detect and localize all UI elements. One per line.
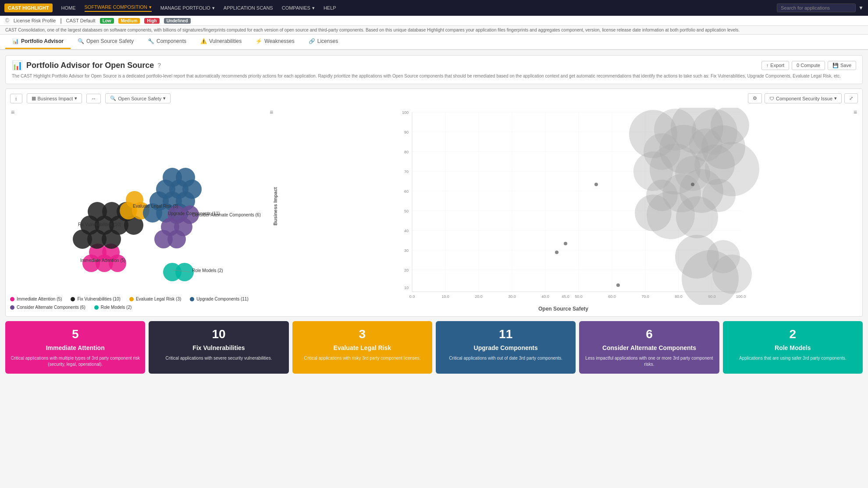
legend-dot-teal (94, 305, 99, 310)
legend-evaluate-legal-risk: Evaluate Legal Risk (3) (129, 297, 181, 301)
app-logo: CAST HIGHLIGHT (4, 4, 53, 12)
svg-text:45.0: 45.0 (562, 294, 569, 299)
card-number-immediate: 5 (11, 327, 140, 341)
svg-point-108 (594, 183, 598, 186)
page-header-top: 📊 Portfolio Advisor for Open Source ? ↑ … (12, 60, 856, 71)
filter-icon[interactable]: ▼ (858, 5, 864, 11)
nav-application-scans[interactable]: APPLICATION SCANS (224, 5, 273, 11)
nav-manage-portfolio[interactable]: MANAGE PORTFOLIO ▾ (160, 5, 215, 11)
swap-button[interactable]: ↔ (86, 94, 101, 103)
save-button[interactable]: 💾 Save (828, 61, 856, 70)
tab-open-source-safety[interactable]: 🔍 Open Source Safety (71, 35, 141, 49)
weaknesses-icon: ⚡ (256, 38, 262, 44)
svg-text:50.0: 50.0 (575, 294, 583, 299)
svg-point-110 (564, 242, 567, 245)
svg-text:80.0: 80.0 (675, 294, 683, 299)
card-desc-immediate: Critical applications with multiple type… (11, 355, 140, 368)
left-chart-menu-icon[interactable]: ≡ (11, 109, 14, 116)
card-title-legal: Evaluate Legal Risk (298, 344, 427, 352)
card-number-fix: 10 (154, 327, 283, 341)
svg-text:40: 40 (404, 229, 409, 233)
tab-components[interactable]: 🔧 Components (141, 35, 193, 49)
svg-text:30.0: 30.0 (508, 294, 516, 299)
svg-text:90: 90 (404, 130, 409, 134)
card-role-models: 2 Role Models Applications that are usin… (723, 321, 863, 374)
legend-consider-alternate: Consider Alternate Components (6) (10, 305, 85, 310)
badge-medium: Medium (118, 18, 140, 24)
business-impact-button[interactable]: ▦ Business Impact ▾ (27, 93, 82, 103)
search-input[interactable] (777, 4, 856, 12)
open-source-safety-button[interactable]: 🔍 Open Source Safety ▾ (105, 93, 171, 103)
fullscreen-button[interactable]: ⤢ (844, 93, 858, 103)
card-fix-vulnerabilities: 10 Fix Vulnerabilities Critical applicat… (149, 321, 288, 374)
sort-icon: ↕ (15, 96, 18, 101)
page-title: Portfolio Advisor for Open Source (26, 61, 154, 70)
settings-button[interactable]: ⚙ (748, 93, 762, 103)
svg-text:Role Models (2): Role Models (2) (192, 268, 223, 273)
cast-default-link[interactable]: CAST Default (66, 18, 96, 23)
separator: | (60, 18, 61, 24)
svg-point-36 (175, 263, 194, 281)
legend-dot-black (71, 297, 75, 301)
tab-vulnerabilities[interactable]: ⚠️ Vulnerabilities (193, 35, 249, 49)
card-number-role: 2 (728, 327, 857, 341)
card-desc-legal: Critical applications with risky 3rd par… (298, 355, 427, 361)
compute-button[interactable]: 0 Compute (792, 61, 825, 70)
card-title-upgrade: Upgrade Components (441, 344, 570, 352)
components-icon: 🔧 (148, 38, 154, 44)
badge-high: High (144, 18, 159, 24)
tab-portfolio-advisor[interactable]: 📊 Portfolio Advisor (5, 35, 71, 49)
tab-weaknesses[interactable]: ⚡ Weaknesses (249, 35, 301, 49)
card-desc-upgrade: Critical applications with out of date 3… (441, 355, 570, 361)
card-number-legal: 3 (298, 327, 427, 341)
nav-help[interactable]: HELP (324, 5, 336, 11)
save-icon: 💾 (832, 63, 839, 68)
svg-text:20.0: 20.0 (475, 294, 483, 299)
safety-icon: 🔍 (78, 38, 84, 44)
export-button[interactable]: ↑ Export (761, 61, 789, 70)
search-area: ▼ (777, 4, 864, 12)
cards-row: 5 Immediate Attention Critical applicati… (5, 321, 863, 374)
card-desc-role: Applications that are using safer 3rd pa… (728, 355, 857, 361)
svg-text:70: 70 (404, 170, 409, 174)
legend-role-models: Role Models (2) (94, 305, 132, 310)
license-risk-profile-link[interactable]: License Risk Profile (14, 18, 56, 23)
right-chart-menu-icon[interactable]: ≡ (270, 109, 273, 116)
svg-text:20: 20 (404, 268, 409, 272)
swap-icon: ↔ (91, 96, 96, 101)
legend-dot-purple (10, 305, 14, 310)
help-icon[interactable]: ? (157, 62, 161, 69)
top-navigation: CAST HIGHLIGHT HOME SOFTWARE COMPOSITION… (0, 0, 868, 16)
card-title-alternate: Consider Alternate Components (584, 344, 714, 352)
svg-text:100.0: 100.0 (736, 294, 746, 299)
nav-home[interactable]: HOME (61, 5, 76, 11)
card-desc-fix: Critical applications with severe securi… (154, 355, 283, 361)
page-title-row: 📊 Portfolio Advisor for Open Source ? (12, 60, 161, 71)
card-immediate-attention: 5 Immediate Attention Critical applicati… (5, 321, 145, 374)
svg-text:50: 50 (404, 209, 409, 213)
page-content: 📊 Portfolio Advisor for Open Source ? ↑ … (0, 50, 868, 379)
component-security-button[interactable]: 🛡 Component Security Issue ▾ (765, 93, 842, 103)
expand-icon: ⤢ (849, 95, 853, 101)
export-icon: ↑ (766, 63, 769, 68)
description-bar: CAST Consolidation, one of the largest d… (0, 26, 868, 35)
y-axis-sort-button[interactable]: ↕ (10, 94, 22, 103)
bar-chart-icon: ▦ (32, 95, 36, 101)
page-header: 📊 Portfolio Advisor for Open Source ? ↑ … (5, 55, 863, 84)
card-title-role: Role Models (728, 344, 857, 352)
scatter-chart-right: ≡ ≡ Business Impact (269, 108, 858, 312)
safety-btn-icon: 🔍 (110, 95, 116, 101)
nav-companies[interactable]: COMPANIES ▾ (282, 5, 315, 11)
nav-software-composition[interactable]: SOFTWARE COMPOSITION ▾ (85, 4, 152, 12)
svg-point-107 (676, 196, 718, 238)
shield-icon: 🛡 (769, 96, 774, 101)
settings-icon: ⚙ (753, 95, 757, 101)
svg-text:40.0: 40.0 (541, 294, 549, 299)
tab-licenses[interactable]: 🔗 Licenses (302, 35, 345, 49)
legend-dot-gold (129, 297, 134, 301)
svg-text:100: 100 (402, 110, 409, 115)
svg-text:70.0: 70.0 (641, 294, 649, 299)
svg-point-111 (555, 251, 559, 254)
svg-text:60: 60 (404, 189, 409, 194)
licenses-icon: 🔗 (309, 38, 315, 44)
